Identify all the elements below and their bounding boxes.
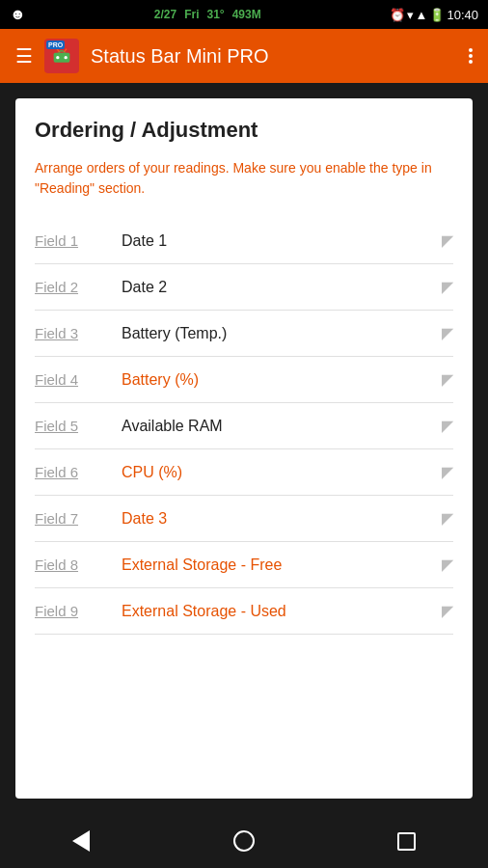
field-value: External Storage - Free — [112, 556, 434, 574]
bottom-nav — [0, 814, 488, 868]
dropdown-arrow-icon[interactable]: ◤ — [442, 370, 453, 389]
field-row[interactable]: Field 3Battery (Temp.)◤ — [35, 311, 453, 357]
field-label: Field 2 — [35, 279, 112, 295]
pro-badge: PRO — [46, 41, 65, 49]
field-value: Available RAM — [112, 418, 434, 435]
field-value: Date 2 — [112, 279, 434, 296]
alarm-icon: ⏰ — [390, 8, 405, 22]
recent-apps-button[interactable] — [378, 822, 436, 860]
field-label: Field 9 — [35, 603, 112, 619]
home-icon — [233, 830, 255, 852]
svg-line-3 — [57, 49, 60, 52]
status-memory: 493M — [232, 8, 261, 21]
dropdown-arrow-icon[interactable]: ◤ — [442, 509, 453, 528]
app-icon: PRO — [44, 39, 79, 73]
field-row[interactable]: Field 6CPU (%)◤ — [35, 449, 453, 496]
field-row[interactable]: Field 7Date 3◤ — [35, 496, 453, 542]
field-row[interactable]: Field 8External Storage - Free◤ — [35, 542, 453, 588]
field-row[interactable]: Field 9External Storage - Used◤ — [35, 588, 453, 635]
field-label: Field 6 — [35, 464, 112, 480]
field-row[interactable]: Field 5Available RAM◤ — [35, 403, 453, 449]
dropdown-arrow-icon[interactable]: ◤ — [442, 324, 453, 342]
field-value: Date 3 — [112, 510, 434, 528]
status-bar-left: ☻ — [10, 6, 26, 23]
field-label: Field 7 — [35, 510, 112, 527]
app-bar: ☰ PRO Status Bar Mini PRO — [0, 29, 488, 83]
field-row[interactable]: Field 4Battery (%)◤ — [35, 357, 453, 403]
field-label: Field 1 — [35, 232, 112, 249]
field-label: Field 5 — [35, 418, 112, 434]
info-text: Arrange orders of your readings. Make su… — [35, 158, 453, 199]
field-value: Battery (%) — [112, 371, 434, 389]
dropdown-arrow-icon[interactable]: ◤ — [442, 231, 453, 250]
field-value: Battery (Temp.) — [112, 325, 434, 342]
svg-line-4 — [65, 49, 68, 52]
status-day: Fri — [184, 8, 199, 21]
overflow-menu-button[interactable] — [469, 48, 473, 64]
app-logo-icon — [52, 46, 71, 66]
field-row[interactable]: Field 1Date 1◤ — [35, 218, 453, 264]
field-value: CPU (%) — [112, 464, 434, 481]
time-display: 10:40 — [447, 8, 478, 22]
dropdown-arrow-icon[interactable]: ◤ — [442, 417, 453, 435]
back-icon — [72, 830, 90, 852]
field-label: Field 4 — [35, 371, 112, 388]
main-content: Ordering / Adjustment Arrange orders of … — [15, 98, 473, 799]
field-value: External Storage - Used — [112, 603, 434, 620]
status-bar-center: 2/27 Fri 31° 493M — [154, 8, 261, 21]
dropdown-arrow-icon[interactable]: ◤ — [442, 602, 453, 620]
status-bar: ☻ 2/27 Fri 31° 493M ⏰ ▾ ▲ 🔋 10:40 — [0, 0, 488, 29]
page-title: Ordering / Adjustment — [35, 118, 453, 143]
recent-icon — [397, 832, 416, 851]
android-icon: ☻ — [10, 6, 26, 23]
battery-icon: 🔋 — [429, 8, 445, 22]
dropdown-arrow-icon[interactable]: ◤ — [442, 556, 453, 574]
field-value: Date 1 — [112, 232, 434, 250]
fields-list: Field 1Date 1◤Field 2Date 2◤Field 3Batte… — [35, 218, 453, 635]
home-button[interactable] — [215, 822, 273, 860]
svg-point-2 — [65, 56, 68, 59]
status-bar-right: ⏰ ▾ ▲ 🔋 10:40 — [390, 8, 478, 22]
menu-button[interactable]: ☰ — [15, 44, 33, 68]
field-label: Field 8 — [35, 556, 112, 573]
signal-icon: ▲ — [416, 8, 428, 22]
back-button[interactable] — [52, 822, 110, 860]
wifi-icon: ▾ — [407, 8, 414, 22]
svg-point-1 — [56, 56, 59, 59]
status-temp: 31° — [206, 8, 224, 21]
status-date: 2/27 — [154, 8, 176, 21]
dropdown-arrow-icon[interactable]: ◤ — [442, 278, 453, 296]
app-title: Status Bar Mini PRO — [91, 45, 457, 68]
field-row[interactable]: Field 2Date 2◤ — [35, 264, 453, 311]
field-label: Field 3 — [35, 325, 112, 341]
dropdown-arrow-icon[interactable]: ◤ — [442, 463, 453, 481]
